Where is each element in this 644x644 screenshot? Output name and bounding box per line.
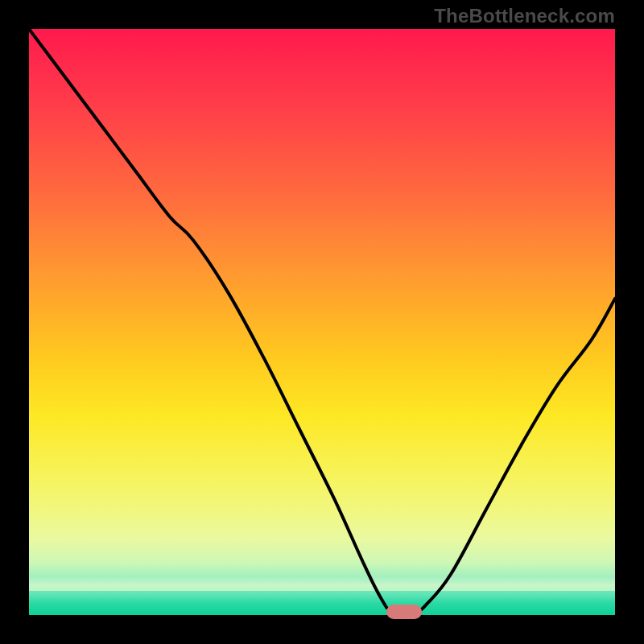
optimum-marker <box>386 605 422 619</box>
plot-area <box>29 29 615 615</box>
chart-frame: TheBottleneck.com <box>0 0 644 644</box>
curve-svg <box>29 29 615 615</box>
bottleneck-curve <box>29 29 615 613</box>
watermark-text: TheBottleneck.com <box>434 5 615 27</box>
